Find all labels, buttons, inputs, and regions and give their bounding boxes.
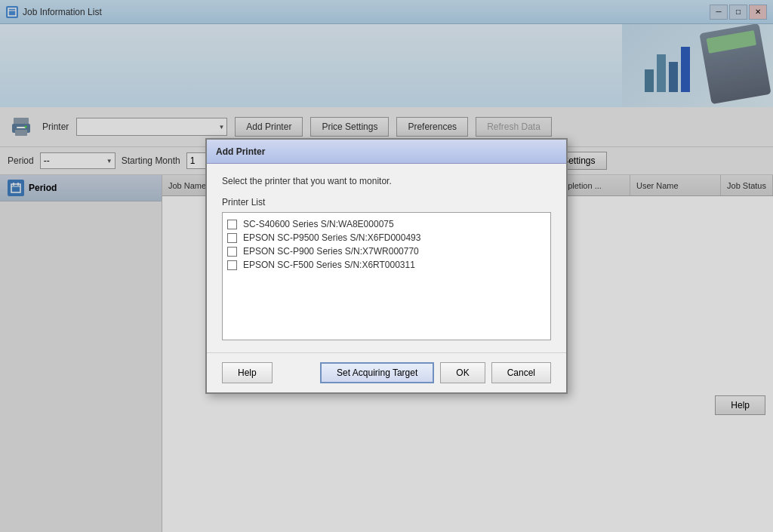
printer-checkbox-3[interactable] <box>227 260 237 270</box>
dialog-cancel-button[interactable]: Cancel <box>491 362 551 383</box>
dialog-action-buttons: Set Acquiring Target OK Cancel <box>320 362 551 383</box>
printer-list-item[interactable]: EPSON SC-P9500 Series S/N:X6FD000493 <box>227 231 546 244</box>
dialog-body: Select the printer that you want to moni… <box>207 164 566 352</box>
printer-name-2: EPSON SC-P900 Series S/N:X7WR000770 <box>243 246 419 257</box>
printer-list-item[interactable]: EPSON SC-F500 Series S/N:X6RT000311 <box>227 258 546 272</box>
dialog-description: Select the printer that you want to moni… <box>222 176 551 186</box>
modal-overlay: Add Printer Select the printer that you … <box>0 0 773 532</box>
set-acquiring-target-button[interactable]: Set Acquiring Target <box>320 362 434 383</box>
printer-name-0: SC-S40600 Series S/N:WA8E000075 <box>243 219 394 229</box>
dialog-ok-button[interactable]: OK <box>440 362 485 383</box>
dialog-title: Add Printer <box>216 146 265 157</box>
dialog-title-bar: Add Printer <box>207 140 566 164</box>
printer-list-item[interactable]: EPSON SC-P900 Series S/N:X7WR000770 <box>227 244 546 258</box>
printer-checkbox-1[interactable] <box>227 233 237 243</box>
dialog-help-button[interactable]: Help <box>222 362 273 383</box>
printer-name-1: EPSON SC-P9500 Series S/N:X6FD000493 <box>243 232 420 243</box>
printer-list-item[interactable]: SC-S40600 Series S/N:WA8E000075 <box>227 217 546 231</box>
printer-checkbox-2[interactable] <box>227 247 237 257</box>
printer-name-3: EPSON SC-F500 Series S/N:X6RT000311 <box>243 260 415 270</box>
printer-list-box: SC-S40600 Series S/N:WA8E000075 EPSON SC… <box>222 212 551 340</box>
printer-checkbox-0[interactable] <box>227 220 237 229</box>
add-printer-dialog: Add Printer Select the printer that you … <box>205 138 568 394</box>
dialog-footer: Help Set Acquiring Target OK Cancel <box>207 352 566 392</box>
printer-list-label: Printer List <box>222 197 551 208</box>
